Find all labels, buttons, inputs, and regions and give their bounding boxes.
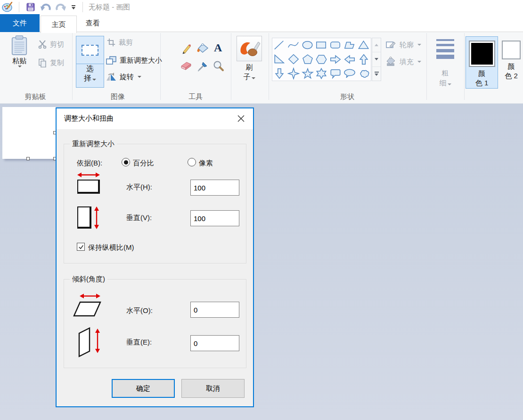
pixels-radio-label[interactable]: 像素 (199, 159, 213, 168)
shape-arrow-left-icon[interactable] (343, 53, 356, 66)
percent-radio-label[interactable]: 百分比 (133, 159, 154, 168)
shape-arrow-right-icon[interactable] (329, 53, 342, 66)
gallery-expand-button[interactable] (372, 67, 381, 81)
skew-vertical-input[interactable] (190, 335, 239, 351)
shape-callout-rect-icon[interactable] (329, 67, 342, 80)
group-separator (72, 33, 73, 100)
select-dropdown-caret (92, 79, 96, 81)
pencil-tool-button[interactable] (181, 42, 192, 55)
select-label-area[interactable]: 选 择 (76, 64, 104, 83)
paste-button[interactable]: 粘贴 (5, 35, 34, 88)
drawing-canvas[interactable] (2, 107, 56, 159)
shape-fill-button[interactable]: 填充 (385, 57, 421, 67)
shape-curve-icon[interactable] (287, 39, 300, 51)
percent-radio[interactable] (122, 158, 130, 166)
horizontal-input[interactable] (190, 180, 239, 196)
rotate-button[interactable]: 旋转 (106, 72, 141, 82)
magnifier-tool-button[interactable] (213, 60, 224, 72)
color1-swatch (469, 41, 495, 67)
dialog-title-bar[interactable]: 调整大小和扭曲 (57, 108, 253, 129)
shape-rectangle-icon[interactable] (315, 39, 327, 51)
shape-callout-cloud-icon[interactable] (358, 67, 370, 80)
skew-group-label: 倾斜(角度) (70, 275, 107, 284)
vertical-resize-rect-icon (77, 206, 91, 229)
shape-star6-icon[interactable] (315, 67, 327, 80)
color2-button[interactable]: 颜色 2 (499, 36, 523, 89)
resize-skew-dialog: 调整大小和扭曲 重新调整大小 依据(B): 百分比 像素 水平(H): (56, 107, 254, 407)
shape-rounded-rectangle-icon[interactable] (329, 39, 342, 51)
tab-view[interactable]: 查看 (80, 14, 106, 32)
brushes-dropdown-caret (252, 77, 255, 79)
color-picker-tool-button[interactable] (197, 60, 209, 72)
shape-right-triangle-icon[interactable] (273, 53, 286, 66)
shape-triangle-icon[interactable] (358, 39, 370, 51)
select-button[interactable]: 选 择 (76, 36, 104, 88)
color1-label: 颜色 1 (466, 69, 498, 88)
shape-line-icon[interactable] (273, 39, 286, 51)
shape-fill-icon (385, 57, 397, 67)
group-separator (269, 33, 269, 100)
scissors-icon (38, 40, 47, 49)
close-icon (237, 115, 245, 122)
resize-by-label: 依据(B): (77, 159, 102, 168)
shape-gallery-scrollbar (372, 38, 381, 81)
copy-label: 复制 (50, 58, 64, 67)
skew-vertical-label: 垂直(E): (126, 338, 152, 347)
selection-rectangle-icon (82, 45, 98, 56)
canvas-resize-handle-bottom[interactable] (26, 157, 30, 160)
ok-button[interactable]: 确定 (112, 379, 175, 398)
shape-star4-icon[interactable] (287, 67, 300, 80)
crop-button[interactable]: 裁剪 (106, 38, 133, 47)
text-tool-button[interactable]: A (214, 41, 222, 54)
rotate-icon (106, 72, 117, 82)
qat-separator (82, 2, 83, 12)
shape-diamond-icon[interactable] (287, 53, 300, 66)
size-dropdown-caret (448, 83, 451, 85)
shape-ellipse-icon[interactable] (302, 39, 314, 51)
vertical-skew-icon (75, 327, 93, 358)
shape-pentagon-icon[interactable] (302, 53, 314, 66)
gallery-scroll-down-button[interactable] (372, 52, 381, 66)
maintain-aspect-label[interactable]: 保持纵横比(M) (88, 243, 134, 252)
tab-file[interactable]: 文件 (0, 14, 40, 32)
shape-arrow-up-icon[interactable] (358, 53, 370, 66)
copy-button[interactable]: 复制 (38, 58, 64, 67)
brushes-button[interactable]: 刷 子 (236, 36, 263, 89)
rotate-dropdown-caret (138, 76, 141, 78)
tab-home[interactable]: 主页 (41, 16, 77, 33)
eraser-tool-button[interactable] (180, 61, 192, 71)
undo-button[interactable] (40, 1, 52, 13)
expand-bar-icon (375, 72, 379, 73)
fill-tool-button[interactable] (196, 42, 209, 55)
shape-hexagon-icon[interactable] (315, 53, 327, 66)
text-tool-icon: A (214, 41, 222, 54)
horizontal-skew-arrow-icon (80, 293, 100, 299)
color1-button[interactable]: 颜色 1 (466, 36, 498, 89)
crop-icon (106, 38, 116, 47)
select-icon-area[interactable] (76, 36, 104, 64)
pixels-radio[interactable] (188, 158, 196, 166)
image-group-label: 图像 (92, 92, 144, 101)
cut-button[interactable]: 剪切 (38, 40, 64, 49)
size-line-icon (436, 49, 454, 52)
qat-customize-button[interactable] (70, 5, 77, 9)
skew-horizontal-input[interactable] (190, 302, 239, 318)
brush-icon-frame (237, 36, 262, 61)
save-button[interactable] (25, 1, 37, 13)
redo-button[interactable] (55, 1, 67, 13)
shape-outline-button[interactable]: 轮廓 (385, 40, 421, 50)
maintain-aspect-checkbox[interactable] (77, 243, 85, 251)
cancel-button[interactable]: 取消 (181, 379, 245, 398)
shape-star5-icon[interactable] (302, 67, 314, 80)
vertical-input[interactable] (190, 210, 239, 226)
dialog-close-button[interactable] (230, 109, 251, 127)
shape-polygon-icon[interactable] (343, 39, 356, 51)
resize-group-label: 重新调整大小 (70, 140, 117, 148)
resize-button[interactable]: 重新调整大小 (106, 55, 162, 66)
brushes-label-line2: 子 (244, 72, 255, 82)
horizontal-resize-arrow-icon (77, 172, 100, 178)
shape-arrow-down-icon[interactable] (273, 67, 286, 80)
gallery-scroll-up-button[interactable] (372, 38, 381, 52)
shape-callout-oval-icon[interactable] (343, 67, 356, 80)
dialog-title: 调整大小和扭曲 (64, 114, 114, 123)
